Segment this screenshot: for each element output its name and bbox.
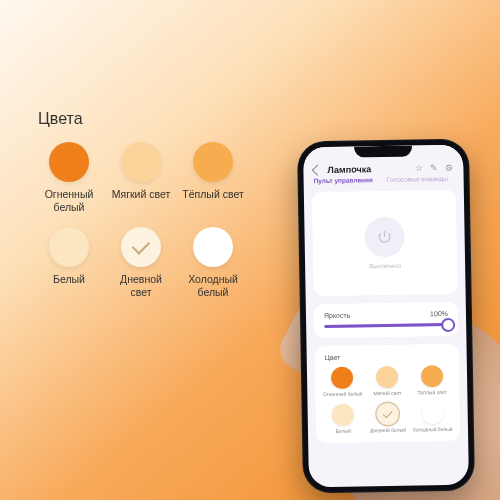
phone-color-swatch[interactable] <box>421 365 443 387</box>
edit-icon[interactable]: ✎ <box>430 164 438 173</box>
phone-color-2[interactable]: Тёплый свет <box>410 365 453 396</box>
power-state-label: Выключено <box>369 263 401 270</box>
palette-title: Цвета <box>38 110 258 128</box>
palette-item-2[interactable]: Тёплый свет <box>182 142 244 213</box>
phone-screen: Лампочка ☆ ✎ ⚙ Пульт управления Голосовы… <box>303 145 469 488</box>
phone-color-label: Холодный белый <box>413 427 453 433</box>
palette-label: Мягкий свет <box>112 188 171 201</box>
back-icon[interactable] <box>312 165 323 176</box>
brightness-label: Яркость <box>324 312 350 319</box>
phone-color-0[interactable]: Огненный белый <box>321 366 364 397</box>
phone-color-1[interactable]: Мягкий свет <box>366 366 409 397</box>
palette-item-1[interactable]: Мягкий свет <box>110 142 172 213</box>
palette-grid: Огненный белыйМягкий светТёплый светБелы… <box>38 142 258 298</box>
phone-color-label: Мягкий свет <box>373 391 401 397</box>
power-button[interactable] <box>364 217 405 258</box>
palette-item-0[interactable]: Огненный белый <box>38 142 100 213</box>
brightness-value: 100% <box>430 310 448 317</box>
color-palette: Цвета Огненный белыйМягкий светТёплый св… <box>38 110 258 298</box>
phone-color-4[interactable]: Дневной белый <box>366 402 409 433</box>
brightness-slider[interactable] <box>324 323 448 328</box>
phone-color-label: Белый <box>336 428 351 434</box>
phone-color-3[interactable]: Белый <box>322 403 365 434</box>
palette-label: Холодный белый <box>182 273 244 298</box>
palette-swatch[interactable] <box>193 142 233 182</box>
phone-color-swatch[interactable] <box>421 402 443 424</box>
phone-color-label: Дневной белый <box>370 427 406 433</box>
palette-swatch[interactable] <box>49 227 89 267</box>
tabs: Пульт управления Голосовые команды <box>304 175 464 189</box>
palette-swatch[interactable] <box>193 227 233 267</box>
phone-color-label: Огненный белый <box>323 391 362 397</box>
brightness-card: Яркость 100% <box>314 302 459 339</box>
phone-color-swatch[interactable] <box>332 403 354 425</box>
palette-item-3[interactable]: Белый <box>38 227 100 298</box>
power-card: Выключено <box>312 190 458 296</box>
palette-item-5[interactable]: Холодный белый <box>182 227 244 298</box>
palette-label: Огненный белый <box>38 188 100 213</box>
settings-icon[interactable]: ⚙ <box>445 163 453 172</box>
phone-color-swatch[interactable] <box>376 366 398 388</box>
phone-color-swatch[interactable] <box>377 403 399 425</box>
phone-color-swatch[interactable] <box>331 367 353 389</box>
palette-swatch[interactable] <box>121 142 161 182</box>
phone-color-5[interactable]: Холодный белый <box>411 402 454 433</box>
phone-color-label: Тёплый свет <box>417 390 446 396</box>
phone-color-grid: Огненный белыйМягкий светТёплый светБелы… <box>321 365 454 435</box>
phone-frame: Лампочка ☆ ✎ ⚙ Пульт управления Голосовы… <box>297 139 475 494</box>
phone-color-card: Цвет Огненный белыйМягкий светТёплый све… <box>315 344 461 443</box>
palette-label: Белый <box>53 273 85 286</box>
favorite-icon[interactable]: ☆ <box>415 164 423 173</box>
tab-voice[interactable]: Голосовые команды <box>387 175 448 183</box>
palette-label: Тёплый свет <box>182 188 243 201</box>
palette-swatch[interactable] <box>121 227 161 267</box>
tab-control[interactable]: Пульт управления <box>314 176 373 184</box>
palette-swatch[interactable] <box>49 142 89 182</box>
status-bar <box>303 145 463 162</box>
palette-label: Дневной свет <box>110 273 172 298</box>
palette-item-4[interactable]: Дневной свет <box>110 227 172 298</box>
app-title: Лампочка <box>327 164 409 175</box>
